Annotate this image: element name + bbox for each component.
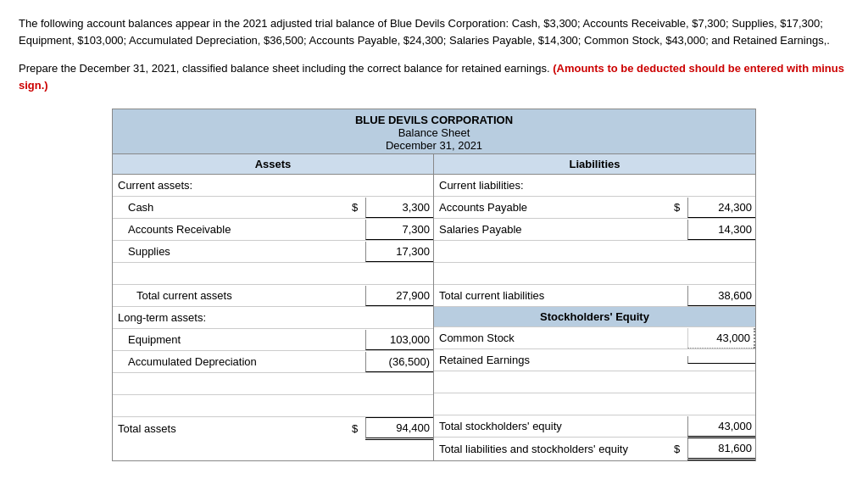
total-liab-eq-dollar: $: [672, 439, 687, 459]
col-headers-row: Assets Liabilities: [113, 154, 755, 175]
accum-dep-label: Accumulated Depreciation: [113, 352, 350, 371]
total-current-liabilities-label: Total current liabilities: [434, 286, 672, 305]
ar-value[interactable]: 7,300: [365, 220, 433, 240]
total-equity-value[interactable]: 43,000: [687, 416, 755, 437]
cash-row: Cash $ 3,300: [113, 197, 433, 219]
total-assets-label: Total assets: [113, 419, 350, 438]
current-assets-label: Current assets:: [113, 176, 350, 195]
total-assets-dollar: $: [350, 419, 365, 438]
total-liab-eq-value[interactable]: 81,600: [687, 438, 755, 460]
ap-row: Accounts Payable $ 24,300: [434, 197, 755, 219]
left-column: Current assets: Cash $ 3,300 Accounts Re…: [113, 175, 434, 460]
current-liabilities-row: Current liabilities:: [434, 175, 755, 197]
total-current-liabilities-value[interactable]: 38,600: [687, 286, 755, 306]
bs-body: Current assets: Cash $ 3,300 Accounts Re…: [113, 175, 755, 460]
total-current-liabilities-row: Total current liabilities 38,600: [434, 285, 755, 307]
right-empty-row-2: [434, 263, 755, 285]
total-current-assets-value[interactable]: 27,900: [365, 286, 433, 306]
longterm-assets-label: Long-term assets:: [113, 308, 350, 327]
equipment-row: Equipment 103,000: [113, 329, 433, 351]
equipment-label: Equipment: [113, 330, 350, 349]
current-assets-row: Current assets:: [113, 175, 433, 197]
ap-dollar: $: [672, 198, 687, 217]
right-empty-row-3: [434, 371, 755, 393]
total-assets-row: Total assets $ 94,400: [113, 417, 433, 440]
right-column: Current liabilities: Accounts Payable $ …: [434, 175, 755, 460]
equity-header-row: Stockholders' Equity: [434, 307, 755, 327]
bs-header: BLUE DEVILS CORPORATION Balance Sheet De…: [113, 109, 755, 154]
total-current-assets-row: Total current assets 27,900: [113, 285, 433, 307]
supplies-label: Supplies: [113, 242, 350, 261]
left-empty-row-3: [113, 395, 433, 417]
cs-row: Common Stock 43,000: [434, 327, 755, 349]
cash-dollar: $: [350, 198, 365, 217]
current-liabilities-label: Current liabilities:: [434, 176, 672, 195]
ap-value[interactable]: 24,300: [687, 198, 755, 218]
instruction-paragraph: Prepare the December 31, 2021, classifie…: [19, 60, 849, 93]
re-label: Retained Earnings: [434, 350, 672, 370]
accum-dep-row: Accumulated Depreciation (36,500): [113, 351, 433, 373]
sp-row: Salaries Payable 14,300: [434, 219, 755, 241]
col-assets-header: Assets: [113, 154, 434, 174]
sheet-title: Balance Sheet: [116, 126, 752, 139]
supplies-row: Supplies 17,300: [113, 241, 433, 263]
ap-label: Accounts Payable: [434, 198, 672, 217]
longterm-assets-row: Long-term assets:: [113, 307, 433, 329]
cs-value[interactable]: 43,000: [687, 328, 755, 348]
total-equity-label: Total stockholders' equity: [434, 416, 672, 436]
right-empty-row-1: [434, 241, 755, 263]
balance-sheet-container: BLUE DEVILS CORPORATION Balance Sheet De…: [112, 109, 756, 461]
left-empty-row-2: [113, 373, 433, 395]
total-liab-eq-row: Total liabilities and stockholders' equi…: [434, 438, 755, 460]
total-current-assets-label: Total current assets: [113, 286, 350, 305]
accum-dep-value[interactable]: (36,500): [365, 352, 433, 372]
sheet-date: December 31, 2021: [116, 139, 752, 152]
intro-paragraph: The following account balances appear in…: [19, 15, 849, 48]
company-name: BLUE DEVILS CORPORATION: [116, 114, 752, 126]
right-empty-row-4: [434, 393, 755, 415]
total-equity-row: Total stockholders' equity 43,000: [434, 415, 755, 438]
re-row: Retained Earnings: [434, 349, 755, 371]
col-liabilities-header: Liabilities: [434, 154, 755, 174]
sp-label: Salaries Payable: [434, 220, 672, 239]
cash-value[interactable]: 3,300: [365, 198, 433, 218]
supplies-value[interactable]: 17,300: [365, 242, 433, 262]
cash-label: Cash: [113, 198, 350, 217]
left-empty-row-1: [113, 263, 433, 285]
total-assets-value[interactable]: 94,400: [365, 417, 433, 440]
total-liab-eq-label: Total liabilities and stockholders' equi…: [434, 439, 672, 459]
sp-value[interactable]: 14,300: [687, 220, 755, 240]
re-value[interactable]: [687, 356, 755, 364]
ar-label: Accounts Receivable: [113, 220, 350, 239]
instruction-text: Prepare the December 31, 2021, classifie…: [19, 62, 553, 75]
ar-row: Accounts Receivable 7,300: [113, 219, 433, 241]
cs-label: Common Stock: [434, 328, 672, 348]
equipment-value[interactable]: 103,000: [365, 330, 433, 350]
